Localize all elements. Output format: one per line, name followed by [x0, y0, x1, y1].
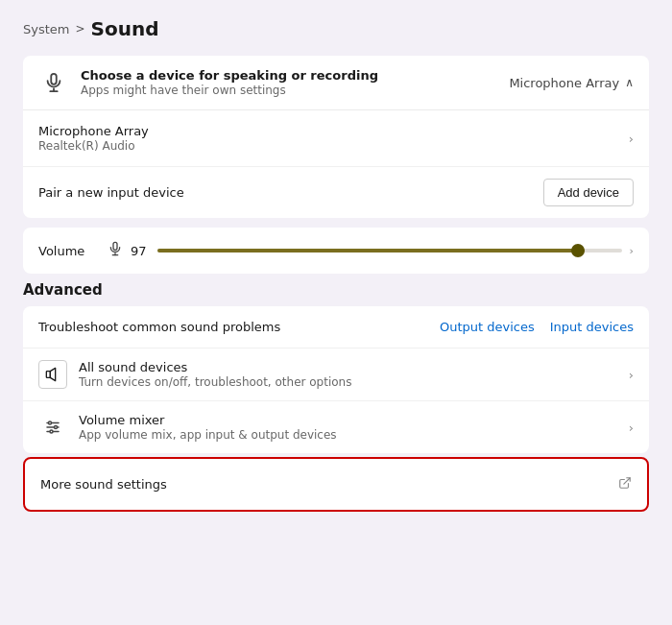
- device-row[interactable]: Microphone Array Realtek(R) Audio ›: [23, 110, 649, 167]
- input-header-text: Choose a device for speaking or recordin…: [81, 68, 378, 97]
- volume-mixer-chevron-icon: ›: [629, 421, 634, 435]
- input-header-title: Choose a device for speaking or recordin…: [81, 68, 378, 83]
- add-device-row: Pair a new input device Add device: [23, 167, 649, 218]
- volume-fill: [157, 249, 585, 252]
- volume-mixer-sub: App volume mix, app input & output devic…: [79, 428, 337, 442]
- microphone-icon: [38, 67, 69, 98]
- more-sound-card[interactable]: More sound settings: [23, 457, 649, 512]
- add-device-label: Pair a new input device: [38, 185, 184, 200]
- input-header-left: Choose a device for speaking or recordin…: [38, 67, 378, 98]
- volume-slider[interactable]: [157, 242, 622, 259]
- volume-mixer-text: Volume mixer App volume mix, app input &…: [79, 413, 337, 442]
- breadcrumb-separator: >: [75, 22, 84, 36]
- chevron-right-icon: ›: [629, 132, 634, 146]
- device-selector[interactable]: Microphone Array ∧: [509, 76, 634, 90]
- troubleshoot-card: Troubleshoot common sound problems Outpu…: [23, 306, 649, 453]
- volume-mic-icon: [108, 241, 123, 260]
- device-name: Microphone Array: [38, 124, 149, 138]
- svg-point-11: [49, 421, 52, 424]
- all-devices-left: All sound devices Turn devices on/off, t…: [38, 360, 351, 389]
- volume-thumb[interactable]: [571, 244, 585, 257]
- volume-arrow-icon[interactable]: ›: [630, 245, 634, 257]
- all-devices-title: All sound devices: [79, 360, 351, 374]
- breadcrumb-current: Sound: [91, 17, 159, 40]
- external-link-icon: [618, 476, 632, 493]
- breadcrumb-system[interactable]: System: [23, 22, 69, 36]
- svg-rect-3: [113, 242, 117, 250]
- troubleshoot-row: Troubleshoot common sound problems Outpu…: [23, 306, 649, 348]
- add-device-button[interactable]: Add device: [543, 179, 634, 206]
- more-sound-label: More sound settings: [40, 477, 167, 492]
- selected-device-label: Microphone Array: [509, 76, 619, 90]
- breadcrumb: System > Sound: [23, 17, 649, 40]
- more-sound-row: More sound settings: [25, 459, 647, 510]
- troubleshoot-links: Output devices Input devices: [440, 320, 634, 334]
- device-sub: Realtek(R) Audio: [38, 139, 149, 153]
- volume-value: 97: [131, 244, 150, 258]
- all-devices-row[interactable]: All sound devices Turn devices on/off, t…: [23, 348, 649, 400]
- input-header-subtitle: Apps might have their own settings: [81, 84, 378, 97]
- chevron-up-icon: ∧: [625, 76, 634, 89]
- svg-marker-7: [50, 368, 55, 380]
- volume-card: Volume 97 ›: [23, 228, 649, 274]
- advanced-title: Advanced: [23, 281, 649, 299]
- volume-label: Volume: [38, 244, 96, 258]
- input-devices-link[interactable]: Input devices: [550, 320, 634, 334]
- device-row-text: Microphone Array Realtek(R) Audio: [38, 124, 149, 153]
- volume-mixer-row[interactable]: Volume mixer App volume mix, app input &…: [23, 400, 649, 453]
- volume-mixer-title: Volume mixer: [79, 413, 337, 427]
- volume-mixer-left: Volume mixer App volume mix, app input &…: [38, 413, 337, 442]
- output-devices-link[interactable]: Output devices: [440, 320, 535, 334]
- all-devices-sub: Turn devices on/off, troubleshoot, other…: [79, 375, 351, 389]
- all-devices-text: All sound devices Turn devices on/off, t…: [79, 360, 351, 389]
- all-devices-chevron-icon: ›: [629, 368, 634, 382]
- mixer-icon: [38, 413, 67, 442]
- speaker-icon: [38, 360, 67, 389]
- troubleshoot-label: Troubleshoot common sound problems: [38, 320, 280, 334]
- volume-controls: 97 ›: [108, 241, 634, 260]
- page-container: System > Sound Choose a device for speak…: [0, 0, 672, 529]
- input-header: Choose a device for speaking or recordin…: [23, 56, 649, 110]
- volume-track: [157, 249, 622, 252]
- svg-point-13: [50, 430, 53, 433]
- svg-line-14: [624, 478, 630, 484]
- input-device-card: Choose a device for speaking or recordin…: [23, 56, 649, 218]
- svg-rect-0: [51, 74, 57, 84]
- svg-point-12: [55, 426, 58, 429]
